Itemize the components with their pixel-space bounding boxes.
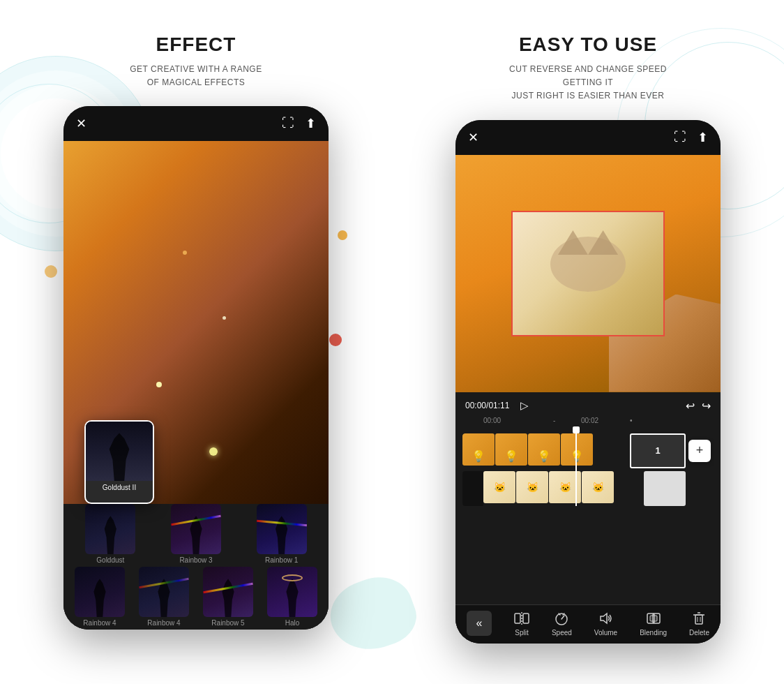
cat-photo-bg (513, 212, 663, 335)
effect-thumb-halo[interactable]: Halo (262, 567, 323, 627)
effect-img-golddust (85, 504, 135, 554)
left-expand-icon[interactable]: ⛶ (282, 116, 294, 131)
cat-head (550, 237, 626, 292)
cat-icon-1: 🐱 (494, 482, 506, 493)
left-phone-content: ✕ ⛶ ⬆ (63, 106, 329, 630)
left-close-icon[interactable]: ✕ (76, 116, 86, 131)
effect-label-golddust: Golddust (96, 556, 124, 564)
track-selection-box: 1 (630, 433, 686, 468)
left-share-icon[interactable]: ⬆ (306, 116, 316, 131)
silhouette-3 (271, 512, 292, 554)
ruler-label-2: 00:02 (581, 417, 598, 424)
floating-thumb-image (86, 422, 153, 481)
volume-icon (598, 611, 613, 626)
page: EFFECT GET CREATIVE WITH A RANGE OF MAGI… (0, 0, 784, 684)
toolbar-label-volume: Volume (594, 629, 617, 637)
effect-thumb-rainbow5[interactable]: Rainbow 5 (197, 567, 259, 627)
blending-icon (646, 611, 661, 626)
effect-label-rainbow4b: Rainbow 4 (147, 619, 180, 627)
floating-selected-effect[interactable]: Golddust II (84, 420, 154, 504)
right-phone-content: ✕ ⛶ ⬆ (455, 120, 721, 644)
timeline-cursor (575, 429, 577, 506)
effect-img-halo (267, 567, 317, 617)
toolbar-item-delete[interactable]: Delete (689, 611, 709, 637)
floating-silhouette (103, 428, 136, 482)
effect-thumb-rainbow4a[interactable]: Rainbow 4 (69, 567, 130, 627)
halo-ring (282, 574, 303, 581)
svg-line-4 (561, 616, 564, 619)
sparkle-3 (209, 447, 218, 456)
bulb-icon-1: 💡 (472, 449, 485, 463)
undo-icon[interactable]: ↩ (686, 399, 695, 412)
left-phone-frame: ✕ ⛶ ⬆ (63, 106, 329, 630)
redo-icon[interactable]: ↪ (702, 399, 711, 412)
effect-thumb-rainbow1[interactable]: Rainbow 1 (240, 504, 323, 564)
right-time-display: 00:00/01:11 (465, 401, 509, 410)
effect-img-rainbow5 (203, 567, 253, 617)
toolbar-item-volume[interactable]: Volume (594, 611, 617, 637)
ruler-label-dash: - (553, 417, 555, 424)
silhouette-4 (90, 574, 110, 617)
split-icon (514, 611, 529, 626)
right-phone-frame: ✕ ⛶ ⬆ (455, 120, 721, 644)
right-panel-subtitle: CUT REVERSE AND CHANGE SPEED GETTING IT … (504, 63, 672, 103)
track-2-end-overlay (644, 471, 686, 506)
track-2-spacer (462, 471, 483, 506)
toolbar-item-blending[interactable]: Blending (640, 611, 667, 637)
right-undo-redo: ↩ ↪ (686, 399, 711, 412)
floating-thumb-label: Golddust II (103, 481, 136, 494)
silhouette-6 (218, 574, 239, 617)
svg-rect-0 (515, 614, 520, 623)
track-thumb-cat-1: 🐱 (483, 471, 515, 503)
selection-number: 1 (655, 445, 660, 456)
left-panel-title: EFFECT (156, 34, 236, 56)
effect-thumb-rainbow4b[interactable]: Rainbow 4 (133, 567, 195, 627)
effect-img-rainbow1 (257, 504, 307, 554)
bulb-icon-4: 💡 (570, 449, 584, 463)
toolbar-item-speed[interactable]: Speed (552, 611, 572, 637)
track-thumb-2: 💡 (495, 433, 527, 466)
bottom-toolbar: « Split (455, 604, 721, 644)
right-panel: EASY TO USE CUT REVERSE AND CHANGE SPEED… (392, 0, 784, 684)
track-1-content: 💡 💡 💡 💡 (462, 433, 686, 468)
back-button[interactable]: « (467, 611, 492, 636)
svg-rect-10 (650, 616, 657, 621)
right-time-controls: 00:00/01:11 ▷ ↩ ↪ (455, 392, 721, 417)
toolbar-label-blending: Blending (640, 629, 667, 637)
toolbar-item-split[interactable]: Split (514, 611, 529, 637)
track-add-button[interactable]: + (688, 440, 711, 462)
left-phone-topbar: ✕ ⛶ ⬆ (63, 106, 329, 141)
back-chevron-icon: « (476, 617, 483, 630)
ruler-label-dot: • (630, 417, 633, 424)
right-play-button[interactable]: ▷ (520, 399, 529, 412)
effect-thumb-rainbow3[interactable]: Rainbow 3 (155, 504, 238, 564)
speed-icon (554, 611, 569, 626)
effects-grid-row1: Golddust Rainbow 3 (63, 504, 329, 564)
sparkle-4 (183, 251, 187, 255)
right-share-icon[interactable]: ⬆ (698, 130, 708, 145)
effects-grid-row2: Rainbow 4 Rainbow 4 (63, 567, 329, 627)
effect-img-rainbow4b (139, 567, 189, 617)
track-thumb-4: 💡 (561, 433, 593, 466)
bulb-icon-3: 💡 (537, 449, 551, 463)
left-panel: EFFECT GET CREATIVE WITH A RANGE OF MAGI… (0, 0, 392, 684)
svg-rect-11 (695, 615, 702, 624)
toolbar-label-delete: Delete (689, 629, 709, 637)
right-expand-icon[interactable]: ⛶ (674, 130, 686, 145)
cat-photo-frame (511, 211, 665, 336)
track-1: 💡 💡 💡 💡 (462, 433, 714, 468)
effects-grid-wrapper: Golddust Rainbow 3 (63, 504, 329, 630)
bulb-icon-2: 💡 (504, 449, 518, 463)
effect-img-rainbow3 (171, 504, 221, 554)
track-2-content: 🐱 🐱 🐱 🐱 (462, 471, 686, 506)
delete-icon (691, 611, 707, 626)
sparkle-1 (156, 382, 162, 387)
right-video-area (455, 155, 721, 392)
effect-thumb-golddust[interactable]: Golddust (69, 504, 152, 564)
effect-img-rainbow4a (75, 567, 125, 617)
right-close-icon[interactable]: ✕ (468, 130, 478, 145)
ruler-label-0: 00:00 (483, 417, 501, 424)
svg-marker-7 (601, 614, 607, 623)
effect-label-halo: Halo (285, 619, 300, 627)
silhouette-1 (100, 512, 121, 554)
